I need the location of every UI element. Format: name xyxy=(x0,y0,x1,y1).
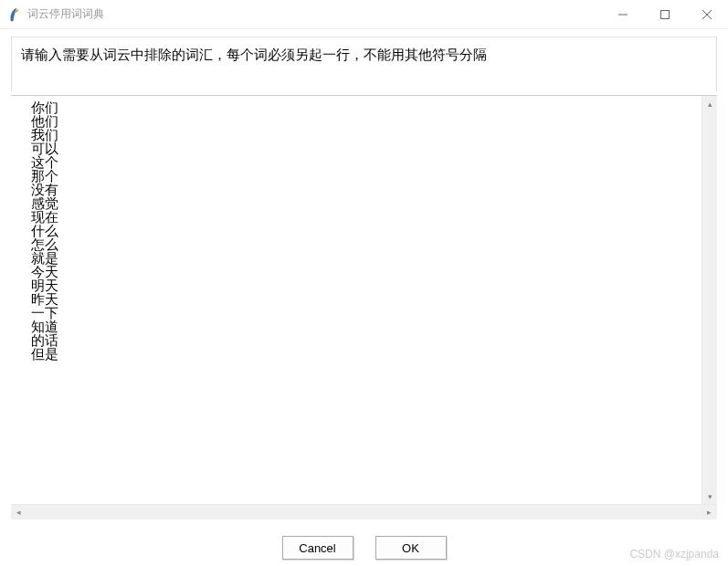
app-icon xyxy=(7,7,22,22)
scroll-track[interactable] xyxy=(26,505,702,519)
scroll-up-icon[interactable]: ▴ xyxy=(702,96,717,111)
vertical-scrollbar[interactable]: ▴ ▾ xyxy=(702,96,717,504)
titlebar: 词云停用词词典 xyxy=(0,0,728,29)
maximize-button[interactable] xyxy=(644,0,686,28)
scroll-left-icon[interactable]: ◂ xyxy=(11,505,26,519)
instruction-text: 请输入需要从词云中排除的词汇，每个词必须另起一行，不能用其他符号分隔 xyxy=(11,37,717,91)
horizontal-scrollbar[interactable]: ◂ ▸ xyxy=(11,504,717,519)
ok-button[interactable]: OK xyxy=(375,536,447,560)
window-title: 词云停用词词典 xyxy=(27,6,602,22)
scroll-right-icon[interactable]: ▸ xyxy=(702,505,717,519)
window-controls xyxy=(602,0,728,28)
cancel-button[interactable]: Cancel xyxy=(282,536,353,560)
stopwords-textarea[interactable] xyxy=(11,96,702,504)
scroll-down-icon[interactable]: ▾ xyxy=(702,488,717,504)
svg-rect-1 xyxy=(661,10,670,18)
scroll-track[interactable] xyxy=(702,111,717,488)
minimize-button[interactable] xyxy=(602,0,644,28)
close-button[interactable] xyxy=(686,0,728,28)
watermark: CSDN @xzjpanda xyxy=(629,548,719,561)
content-area: ▴ ▾ xyxy=(11,95,717,504)
dialog-buttons: Cancel OK xyxy=(0,536,728,560)
